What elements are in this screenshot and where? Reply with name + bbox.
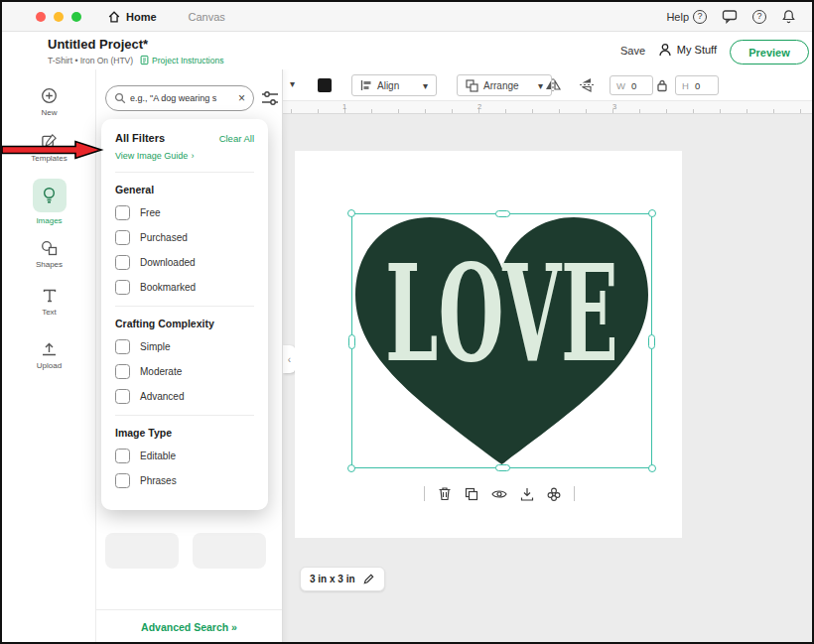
selection-handle-bottom-right[interactable] — [648, 464, 656, 472]
whats-new-icon[interactable]: ? — [752, 10, 766, 24]
sidebar-item-images[interactable]: Images — [2, 179, 96, 225]
width-input[interactable]: W 0 — [610, 75, 653, 95]
zoom-button[interactable] — [71, 12, 81, 22]
selection-handle-top-right[interactable] — [648, 209, 656, 217]
feedback-chat-icon[interactable] — [722, 9, 738, 24]
advanced-search-link[interactable]: Advanced Search » — [96, 621, 282, 633]
checkbox-free[interactable] — [115, 205, 130, 220]
checkbox-simple[interactable] — [115, 339, 130, 354]
checkbox-downloaded[interactable] — [115, 255, 130, 270]
arrange-label: Arrange — [483, 80, 519, 91]
sidebar-item-shapes[interactable]: Shapes — [2, 240, 96, 269]
width-value: 0 — [631, 80, 636, 91]
filter-option-advanced[interactable]: Advanced — [115, 389, 254, 404]
project-header: Untitled Project* T-Shirt • Iron On (HTV… — [2, 32, 812, 69]
sidebar-label-text: Text — [42, 308, 57, 317]
filter-label-simple: Simple — [140, 341, 171, 352]
filters-title: All Filters — [115, 132, 165, 144]
my-stuff-button[interactable]: My Stuff — [658, 43, 717, 57]
flip-vertical-icon[interactable] — [578, 77, 596, 92]
checkbox-editable[interactable] — [115, 449, 130, 463]
sidebar-label-shapes: Shapes — [36, 260, 63, 269]
filters-sliders-icon[interactable] — [261, 90, 279, 106]
checkbox-bookmarked[interactable] — [115, 280, 130, 295]
project-material: T-Shirt • Iron On (HTV) — [48, 56, 133, 65]
selection-handle-left[interactable] — [348, 334, 355, 349]
artboard-size-chip[interactable]: 3 in x 3 in — [300, 567, 385, 591]
flip-horizontal-icon[interactable] — [544, 77, 562, 92]
sidebar-item-new[interactable]: New — [2, 87, 96, 117]
project-instructions-link[interactable]: Project Instructions — [140, 55, 223, 65]
image-search-box[interactable]: × — [105, 85, 254, 111]
filter-option-phrases[interactable]: Phrases — [115, 473, 254, 488]
project-title: Untitled Project* — [48, 37, 148, 52]
align-dropdown[interactable]: Align ▾ — [351, 74, 437, 96]
selection-handle-bottom[interactable] — [495, 464, 510, 471]
filter-option-editable[interactable]: Editable — [115, 449, 254, 463]
minimize-button[interactable] — [54, 12, 64, 22]
filter-option-downloaded[interactable]: Downloaded — [115, 255, 254, 270]
selection-handle-top[interactable] — [495, 210, 510, 217]
filter-option-bookmarked[interactable]: Bookmarked — [115, 280, 254, 295]
filter-label-editable: Editable — [140, 451, 176, 461]
sidebar-item-text[interactable]: Text — [2, 288, 96, 317]
clear-all-link[interactable]: Clear All — [219, 133, 254, 144]
checkbox-phrases[interactable] — [115, 473, 130, 488]
image-result-thumb[interactable] — [193, 533, 266, 569]
mini-toolbar-divider — [574, 486, 575, 501]
clear-search-icon[interactable]: × — [238, 92, 245, 104]
sidebar-item-upload[interactable]: Upload — [2, 341, 96, 370]
tab-canvas-label: Canvas — [189, 11, 225, 23]
filter-option-moderate[interactable]: Moderate — [115, 364, 254, 379]
color-swatch[interactable] — [318, 78, 332, 92]
checkbox-purchased[interactable] — [115, 230, 130, 245]
sidebar-label-upload: Upload — [37, 361, 62, 370]
shapes-icon — [41, 240, 59, 256]
artwork-text: LOVE — [385, 234, 618, 392]
delete-trash-icon[interactable] — [438, 486, 452, 501]
document-icon — [140, 55, 149, 65]
love-heart-artwork[interactable]: LOVE — [352, 214, 651, 467]
selection-handle-right[interactable] — [648, 334, 655, 349]
send-backward-icon[interactable] — [520, 487, 534, 501]
artboard[interactable]: LOVE — [295, 151, 682, 538]
filter-option-free[interactable]: Free — [115, 205, 254, 220]
checkbox-moderate[interactable] — [115, 364, 130, 379]
help-menu[interactable]: Help ? — [666, 10, 707, 24]
help-question-icon: ? — [693, 10, 707, 24]
my-stuff-label: My Stuff — [677, 44, 717, 56]
height-value: 0 — [695, 80, 700, 91]
selection-handle-bottom-left[interactable] — [347, 464, 355, 472]
duplicate-icon[interactable] — [465, 487, 478, 501]
view-image-guide-link[interactable]: View Image Guide › — [115, 151, 254, 161]
close-button[interactable] — [36, 12, 46, 22]
align-icon — [360, 79, 372, 91]
save-button[interactable]: Save — [620, 45, 645, 57]
search-input[interactable] — [130, 93, 234, 103]
project-subtitle-row: T-Shirt • Iron On (HTV) Project Instruct… — [48, 55, 223, 65]
filter-option-simple[interactable]: Simple — [115, 339, 254, 354]
notifications-bell-icon[interactable] — [781, 9, 796, 24]
image-result-thumb[interactable] — [105, 533, 179, 569]
weld-flatten-icon[interactable] — [547, 487, 561, 501]
hide-eye-icon[interactable] — [491, 488, 507, 500]
filter-option-purchased[interactable]: Purchased — [115, 230, 254, 245]
canvas-area: 1 2 3 ‹ LOVE — [283, 101, 814, 644]
arrange-dropdown[interactable]: Arrange ▾ — [457, 74, 552, 96]
edit-pencil-icon[interactable] — [362, 573, 375, 585]
sidebar-label-new: New — [41, 108, 57, 117]
tab-home[interactable]: Home — [107, 10, 157, 24]
selection-handle-top-left[interactable] — [347, 209, 355, 217]
tab-canvas[interactable]: Canvas — [189, 11, 225, 23]
filter-label-moderate: Moderate — [140, 366, 182, 377]
lock-icon[interactable] — [656, 78, 668, 92]
checkbox-advanced[interactable] — [115, 389, 130, 404]
upload-icon — [41, 341, 58, 357]
topbar-actions: Help ? ? — [666, 9, 796, 24]
panel-divider — [96, 609, 282, 610]
selection-box[interactable]: LOVE — [351, 213, 652, 468]
preview-button[interactable]: Preview — [730, 40, 809, 64]
height-input[interactable]: H 0 — [675, 75, 719, 95]
linetype-dropdown-caret[interactable]: ▾ — [290, 78, 295, 89]
chevron-left-icon: ‹ — [288, 354, 291, 365]
